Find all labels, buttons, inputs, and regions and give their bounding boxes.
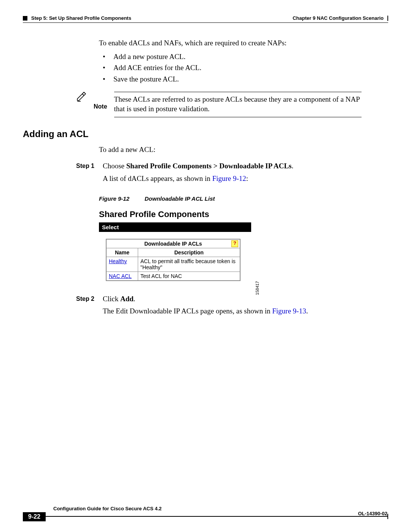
col-header-name: Name xyxy=(107,248,138,257)
step-text: The Edit Downloadable IP ACLs page opens… xyxy=(103,307,272,315)
section-heading: Adding an ACL xyxy=(23,129,388,139)
footer-end-tick xyxy=(387,514,388,519)
screenshot-title: Shared Profile Components xyxy=(99,209,251,219)
step-text: . xyxy=(292,162,293,170)
note-block: Note These ACLs are referred to as postu… xyxy=(76,92,362,117)
header-step-label: Step 5: Set Up Shared Profile Components xyxy=(31,15,131,21)
intro-bullets: Add a new posture ACL. Add ACE entries f… xyxy=(99,52,362,84)
figure-number: Figure 9-12 xyxy=(99,195,129,202)
select-bar: Select xyxy=(99,222,251,232)
screenshot-panel: Shared Profile Components Select Downloa… xyxy=(99,209,251,281)
note-rule-top xyxy=(114,92,362,92)
step-label: Step 1 xyxy=(76,161,95,184)
col-header-desc: Description xyxy=(138,248,240,257)
page-footer: Configuration Guide for Cisco Secure ACS… xyxy=(23,506,388,521)
step-text-bold: Add xyxy=(120,295,134,303)
step-text: . xyxy=(306,307,308,315)
footer-rule: OL-14390-02 xyxy=(46,516,387,521)
table-row: NAC ACL Test ACL for NAC xyxy=(107,272,240,280)
figure-ref-link[interactable]: Figure 9-12 xyxy=(212,174,246,182)
list-item: Add ACE entries for the ACL. xyxy=(99,63,362,73)
header-marker-left xyxy=(23,16,27,21)
header-chapter-label: Chapter 9 NAC Configuration Scenario xyxy=(293,15,384,21)
list-item: Add a new posture ACL. xyxy=(99,52,362,62)
step-2: Step 2 Click Add. The Edit Downloadable … xyxy=(76,294,362,316)
figure-title: Downloadable IP ACL List xyxy=(145,195,215,202)
step-text: Click xyxy=(103,295,120,303)
figure-caption: Figure 9-12Downloadable IP ACL List xyxy=(99,195,388,202)
page-header: Step 5: Set Up Shared Profile Components… xyxy=(23,15,388,21)
footer-guide-title: Configuration Guide for Cisco Secure ACS… xyxy=(53,506,388,511)
header-rule xyxy=(23,22,388,23)
table-title-cell: Downloadable IP ACLs ? xyxy=(107,239,240,248)
pencil-icon xyxy=(76,92,87,117)
page-number: 9-22 xyxy=(23,512,46,521)
help-icon[interactable]: ? xyxy=(231,240,238,247)
step-text-bold: Shared Profile Components > Downloadable… xyxy=(126,162,292,170)
step-1: Step 1 Choose Shared Profile Components … xyxy=(76,161,362,184)
figure-side-id: 158417 xyxy=(255,281,260,295)
step-text: A list of dACLs appears, as shown in xyxy=(103,174,212,182)
figure-ref-link[interactable]: Figure 9-13 xyxy=(272,307,306,315)
note-text: These ACLs are referred to as posture AC… xyxy=(114,95,360,113)
dacl-name-link[interactable]: NAC ACL xyxy=(109,273,132,279)
dacl-desc: Test ACL for NAC xyxy=(138,272,240,280)
step-text: . xyxy=(134,295,135,303)
dacl-table: Downloadable IP ACLs ? Name Description … xyxy=(106,239,240,281)
footer-ol-number: OL-14390-02 xyxy=(358,511,387,516)
step-text: : xyxy=(246,174,248,182)
table-title: Downloadable IP ACLs xyxy=(144,241,202,247)
section-intro: To add a new ACL: xyxy=(99,145,362,155)
dacl-name-link[interactable]: Healthy xyxy=(109,258,127,264)
note-label: Note xyxy=(94,102,107,117)
dacl-desc: ACL to permit all traffic because token … xyxy=(138,257,240,272)
step-text: Choose xyxy=(103,162,126,170)
intro-lead: To enable dACLs and NAFs, which are requ… xyxy=(99,38,362,48)
list-item: Save the posture ACL. xyxy=(99,74,362,84)
step-label: Step 2 xyxy=(76,294,95,316)
header-marker-right xyxy=(387,16,388,21)
table-row: Healthy ACL to permit all traffic becaus… xyxy=(107,257,240,272)
note-rule-bottom xyxy=(114,117,362,117)
